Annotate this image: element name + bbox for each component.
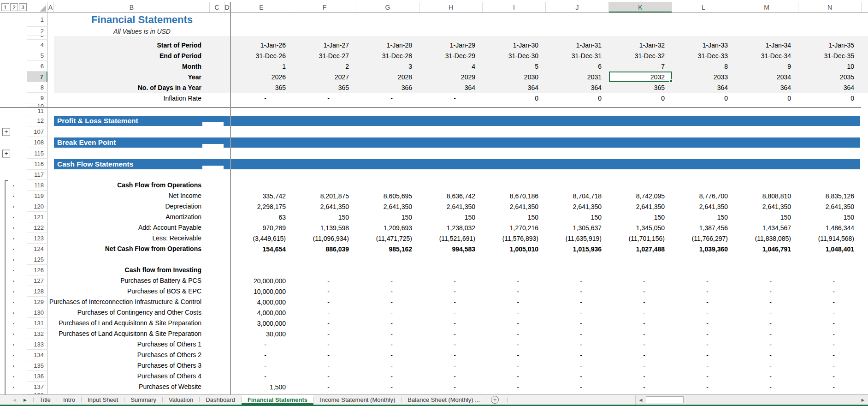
cell-N8[interactable]: 364 (798, 82, 862, 93)
cell-E133[interactable]: - (230, 339, 293, 350)
cell-A5[interactable] (47, 50, 54, 61)
cell-N129[interactable]: - (798, 297, 862, 307)
cell-L119[interactable]: 8,776,700 (672, 191, 735, 201)
cell-B4[interactable]: Start of Period (54, 40, 210, 50)
section-banner-row-108[interactable]: Break Even Point (54, 137, 860, 148)
cell-E6[interactable]: 1 (230, 61, 293, 72)
cell-M8[interactable]: 364 (735, 82, 798, 93)
cell-N5[interactable]: 31-Dec-35 (798, 50, 862, 61)
cell-L120[interactable]: 2,641,350 (672, 201, 735, 212)
cell-J124[interactable]: 1,015,936 (546, 244, 609, 254)
column-header-J[interactable]: J (546, 2, 609, 12)
cell-K136[interactable]: - (609, 371, 672, 382)
cell-I4[interactable]: 1-Jan-30 (483, 40, 546, 50)
cell-B5[interactable]: End of Period (54, 50, 210, 61)
cell-B124[interactable]: Net Cash Flow from Operations (47, 244, 210, 254)
cell-I130[interactable]: - (483, 307, 546, 318)
cell-H119[interactable]: 8,636,742 (419, 191, 483, 201)
cell-D4[interactable] (224, 40, 230, 50)
cell-F137[interactable]: - (293, 382, 356, 392)
sheet-tab-intro[interactable]: Intro (57, 395, 81, 405)
cell-I8[interactable]: 364 (483, 82, 546, 93)
cell-M134[interactable]: - (735, 350, 798, 360)
cell-J121[interactable]: 150 (546, 212, 609, 222)
outline-expand-button-row-107[interactable]: + (2, 128, 10, 136)
cell-C5[interactable] (210, 50, 224, 61)
row-header-9[interactable]: 9 (27, 93, 47, 103)
column-header-M[interactable]: M (735, 2, 798, 12)
cell-C6[interactable] (210, 61, 224, 72)
row-header-127[interactable]: 127 (27, 275, 47, 286)
cell-J129[interactable]: - (546, 297, 609, 307)
cell-G130[interactable]: - (356, 307, 419, 318)
cell-L127[interactable]: - (672, 275, 735, 286)
cell-F127[interactable]: - (293, 275, 356, 286)
cell-L130[interactable]: - (672, 307, 735, 318)
cell-G121[interactable]: 150 (356, 212, 419, 222)
new-sheet-button[interactable]: + (491, 396, 499, 404)
cell-H5[interactable]: 31-Dec-29 (419, 50, 483, 61)
cell-B122[interactable]: Add: Account Payable (47, 222, 210, 233)
row-header-123[interactable]: 123 (27, 233, 47, 244)
cell-E130[interactable]: 4,000,000 (230, 307, 293, 318)
cell-E136[interactable]: - (230, 371, 293, 382)
cell-C9[interactable] (210, 93, 224, 103)
cell-F124[interactable]: 886,039 (293, 244, 356, 254)
cell-G9[interactable]: - (356, 93, 419, 103)
cell-L123[interactable]: (11,766,297) (672, 233, 735, 244)
cell-J135[interactable]: - (546, 360, 609, 371)
cell-E119[interactable]: 335,742 (230, 191, 293, 201)
cell-N124[interactable]: 1,048,401 (798, 244, 862, 254)
outline-level-button-1[interactable]: 1 (1, 3, 9, 11)
cell-H127[interactable]: - (419, 275, 483, 286)
cell-E7[interactable]: 2026 (230, 72, 293, 82)
cell-I119[interactable]: 8,670,186 (483, 191, 546, 201)
cell-E135[interactable]: - (230, 360, 293, 371)
cell-G132[interactable]: - (356, 328, 419, 339)
cell-M119[interactable]: 8,808,810 (735, 191, 798, 201)
cell-K123[interactable]: (11,701,156) (609, 233, 672, 244)
cell-J120[interactable]: 2,641,350 (546, 201, 609, 212)
cell-M129[interactable]: - (735, 297, 798, 307)
cell-F130[interactable]: - (293, 307, 356, 318)
cell-D7[interactable] (224, 72, 230, 82)
cell-B126[interactable]: Cash flow from Investing (47, 265, 210, 275)
cell-L5[interactable]: 31-Dec-33 (672, 50, 735, 61)
cell-J5[interactable]: 31-Dec-31 (546, 50, 609, 61)
cell-L124[interactable]: 1,039,360 (672, 244, 735, 254)
cell-K135[interactable]: - (609, 360, 672, 371)
cell-G120[interactable]: 2,641,350 (356, 201, 419, 212)
cell-E131[interactable]: 3,000,000 (230, 318, 293, 328)
cell-A2[interactable] (47, 27, 54, 36)
row-header-115[interactable]: 115 (27, 148, 47, 159)
scrollbar-left-arrow[interactable]: ◀ (636, 398, 646, 402)
cell-B118[interactable]: Cash Flow from Operations (47, 180, 210, 191)
cell-I122[interactable]: 1,270,216 (483, 222, 546, 233)
cell-F132[interactable]: - (293, 328, 356, 339)
row-header-117[interactable]: 117 (27, 170, 47, 180)
cell-M122[interactable]: 1,434,567 (735, 222, 798, 233)
cell-L7[interactable]: 2033 (672, 72, 735, 82)
cell-B6[interactable]: Month (54, 61, 210, 72)
outline-expand-button-row-115[interactable]: + (2, 149, 10, 157)
cell-K7[interactable]: 2032 (609, 72, 672, 82)
cell-G8[interactable]: 366 (356, 82, 419, 93)
row-header-137[interactable]: 137 (27, 382, 47, 392)
cell-N130[interactable]: - (798, 307, 862, 318)
cell-J7[interactable]: 2031 (546, 72, 609, 82)
row-header-125[interactable]: 125 (27, 254, 47, 265)
cell-F128[interactable]: - (293, 286, 356, 297)
sheet-tab-dashboard[interactable]: Dashboard (200, 395, 241, 405)
cell-K137[interactable]: - (609, 382, 672, 392)
cell-M9[interactable]: 0 (735, 93, 798, 103)
cell-H128[interactable]: - (419, 286, 483, 297)
cell-I9[interactable]: 0 (483, 93, 546, 103)
cell-N133[interactable]: - (798, 339, 862, 350)
cell-E9[interactable]: - (230, 93, 293, 103)
cell-B121[interactable]: Amortization (47, 212, 210, 222)
column-header-A[interactable]: A (47, 2, 54, 12)
sheet-tab-valuation[interactable]: Valuation (163, 395, 199, 405)
cell-B8[interactable]: No. of Days in a Year (54, 82, 210, 93)
cell-L136[interactable]: - (672, 371, 735, 382)
cell-F9[interactable]: - (293, 93, 356, 103)
